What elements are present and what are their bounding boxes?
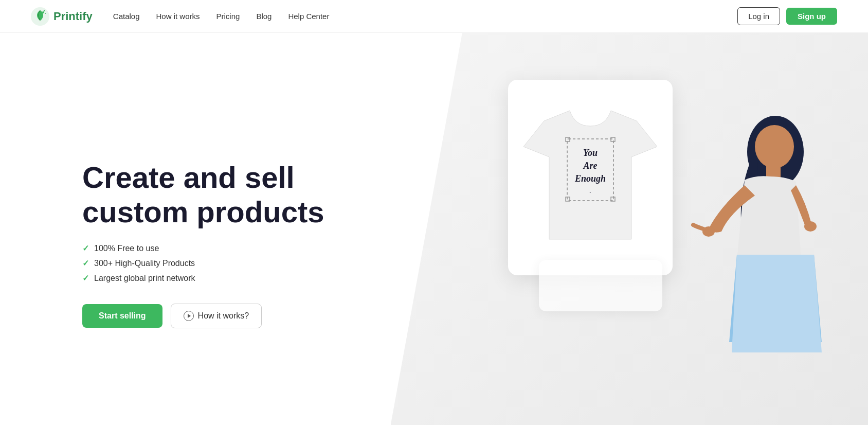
feature-item-2: ✓ 300+ High-Quality Products: [82, 258, 360, 268]
how-it-works-label: How it works?: [198, 311, 249, 321]
check-icon-3: ✓: [82, 273, 89, 283]
svg-point-17: [804, 221, 817, 232]
hero-illustration: You Are Enough .: [487, 64, 837, 424]
check-icon-2: ✓: [82, 258, 89, 268]
hero-left: Create and sell custom products ✓ 100% F…: [82, 161, 360, 328]
person-illustration: [683, 95, 827, 394]
feature-item-1: ✓ 100% Free to use: [82, 243, 360, 253]
svg-text:Enough: Enough: [574, 173, 606, 184]
nav-item-catalog[interactable]: Catalog: [113, 12, 140, 21]
nav-link-pricing[interactable]: Pricing: [216, 12, 240, 21]
feature-text-3: Largest global print network: [94, 274, 195, 283]
feature-item-3: ✓ Largest global print network: [82, 273, 360, 283]
check-icon-1: ✓: [82, 243, 89, 253]
svg-point-3: [45, 13, 46, 14]
svg-text:.: .: [589, 187, 591, 194]
how-it-works-button[interactable]: How it works?: [171, 304, 262, 328]
nav-item-blog[interactable]: Blog: [256, 12, 272, 21]
svg-text:Are: Are: [583, 161, 598, 171]
svg-point-2: [44, 10, 45, 11]
tshirt-card-shadow: [539, 260, 662, 311]
navbar-left: Printify Catalog How it works Pricing Bl…: [31, 7, 329, 26]
tshirt-svg: You Are Enough .: [523, 95, 657, 260]
nav-item-help[interactable]: Help Center: [288, 12, 329, 21]
svg-text:You: You: [583, 148, 598, 158]
nav-item-pricing[interactable]: Pricing: [216, 12, 240, 21]
hero-features: ✓ 100% Free to use ✓ 300+ High-Quality P…: [82, 243, 360, 283]
play-icon: [184, 311, 194, 321]
nav-link-help[interactable]: Help Center: [288, 12, 329, 21]
tshirt-card: You Are Enough .: [508, 80, 673, 275]
hero-title: Create and sell custom products: [82, 161, 360, 229]
nav-link-catalog[interactable]: Catalog: [113, 12, 140, 21]
nav-item-how-it-works[interactable]: How it works: [156, 12, 200, 21]
hero-section: Create and sell custom products ✓ 100% F…: [0, 33, 868, 425]
logo-icon: [31, 7, 49, 26]
nav-link-blog[interactable]: Blog: [256, 12, 272, 21]
login-button[interactable]: Log in: [737, 7, 780, 25]
svg-point-1: [42, 11, 44, 13]
nav-link-how-it-works[interactable]: How it works: [156, 12, 200, 21]
feature-text-1: 100% Free to use: [94, 244, 159, 253]
nav-links: Catalog How it works Pricing Blog Help C…: [113, 12, 330, 21]
navbar: Printify Catalog How it works Pricing Bl…: [0, 0, 868, 33]
feature-text-2: 300+ High-Quality Products: [94, 259, 195, 268]
hero-buttons: Start selling How it works?: [82, 304, 360, 328]
start-selling-button[interactable]: Start selling: [82, 304, 162, 328]
svg-point-14: [755, 125, 794, 168]
logo[interactable]: Printify: [31, 7, 93, 26]
navbar-right: Log in Sign up: [737, 7, 837, 25]
logo-text: Printify: [53, 10, 93, 23]
signup-button[interactable]: Sign up: [786, 8, 837, 25]
